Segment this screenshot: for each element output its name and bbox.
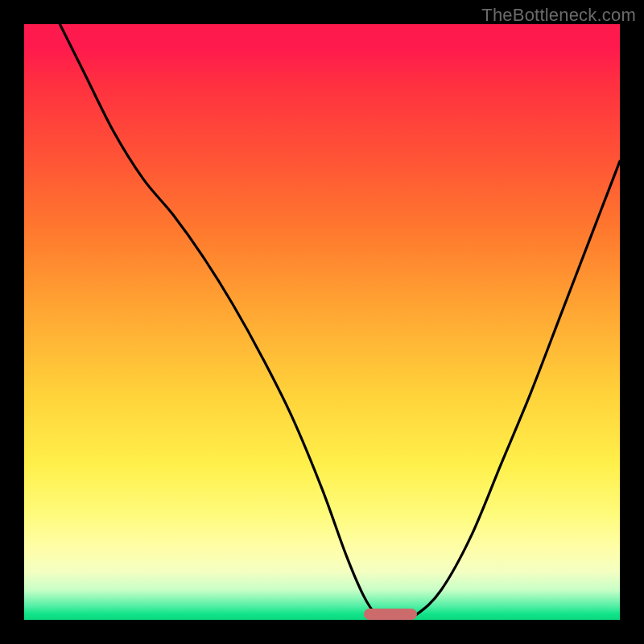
bottleneck-curve <box>60 24 620 620</box>
curve-svg <box>24 24 620 620</box>
chart-frame: TheBottleneck.com <box>0 0 644 644</box>
plot-area <box>24 24 620 620</box>
optimal-range-marker <box>364 609 418 620</box>
watermark-text: TheBottleneck.com <box>481 5 636 26</box>
